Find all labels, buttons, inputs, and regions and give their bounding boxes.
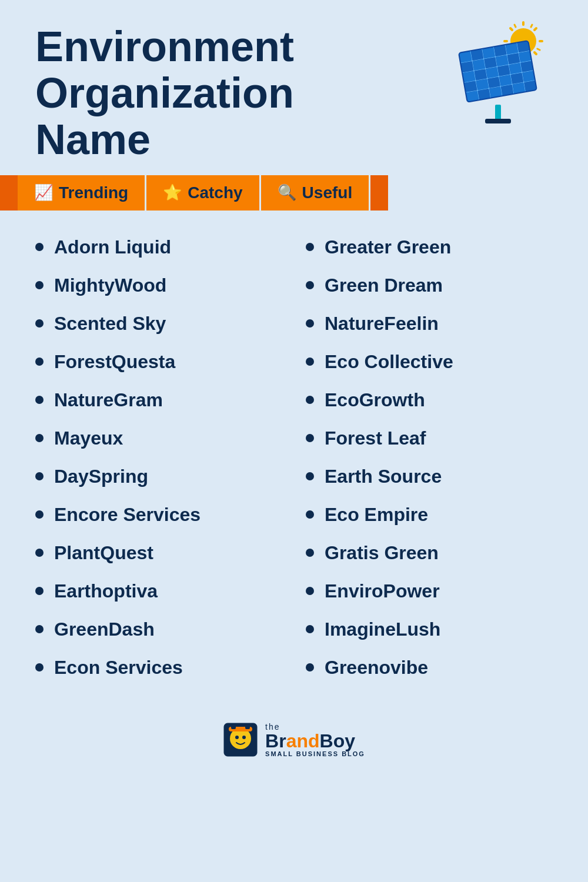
left-names-column: Adorn LiquidMightyWoodScented SkyForestQ… [24,228,294,687]
left-name-item: DaySpring [24,457,294,496]
page-title: Environment Organization Name [35,24,388,163]
svg-rect-55 [485,119,511,123]
left-name-item: Encore Services [24,496,294,534]
right-name-item: ImagineLush [294,610,564,649]
star-icon: ⭐ [163,183,182,202]
bullet-icon [306,358,314,366]
svg-rect-36 [475,69,487,81]
bullet-icon [306,549,314,557]
bullet-icon [306,625,314,633]
trending-icon: 📈 [34,183,53,202]
right-name-item: EcoGrowth [294,381,564,419]
svg-rect-43 [487,77,500,88]
page-wrapper: Environment Organization Name [0,0,588,882]
brandboy-logo-icon [223,722,258,757]
svg-line-2 [534,28,536,30]
bullet-icon [35,587,44,595]
tag-useful[interactable]: 🔍 Useful [261,175,371,211]
right-name-item: Eco Empire [294,496,564,534]
bullet-icon [306,663,314,671]
svg-line-10 [514,25,516,27]
logo-brand: BrandBoy [265,731,355,750]
bullet-icon [35,243,44,251]
tag-accent-left [0,175,18,211]
bullet-icon [306,243,314,251]
left-name-item: PlantQuest [24,534,294,572]
svg-rect-34 [519,51,532,62]
tag-catchy-label: Catchy [188,183,242,202]
bullet-icon [35,663,44,671]
right-name-item: Forest Leaf [294,419,564,457]
left-name-item: NatureGram [24,381,294,419]
solar-panel-illustration [447,18,553,123]
svg-rect-23 [459,52,472,63]
bullet-icon [35,510,44,519]
tag-trending-label: Trending [59,183,128,202]
tag-catchy[interactable]: ⭐ Catchy [146,175,260,211]
svg-rect-37 [486,67,498,78]
svg-rect-24 [471,49,483,61]
tag-accent-right [370,175,388,211]
bullet-icon [306,434,314,442]
svg-rect-41 [465,81,477,92]
bullet-icon [35,358,44,366]
left-name-item: Mayeux [24,419,294,457]
footer: the BrandBoy SMALL BUSINESS BLOG [0,710,588,781]
bullet-icon [35,319,44,328]
right-name-item: NatureFeelin [294,305,564,343]
svg-line-11 [537,49,540,50]
svg-rect-42 [476,79,489,90]
svg-rect-62 [245,726,250,729]
svg-rect-26 [494,45,506,56]
logo-tagline: SMALL BUSINESS BLOG [265,750,365,757]
search-icon: 🔍 [278,183,296,202]
right-name-item: Gratis Green [294,534,564,572]
svg-rect-25 [483,48,495,59]
right-name-item: Earth Source [294,457,564,496]
svg-rect-52 [524,81,536,91]
svg-line-8 [510,28,512,30]
bullet-icon [35,281,44,289]
right-name-item: Greenovibe [294,649,564,687]
svg-point-59 [242,736,246,739]
svg-line-9 [531,25,532,27]
bullet-icon [35,549,44,557]
svg-rect-39 [509,63,522,74]
svg-rect-30 [473,59,485,71]
right-name-item: EnviroPower [294,572,564,610]
right-name-item: Eco Collective [294,343,564,381]
logo-text: the BrandBoy SMALL BUSINESS BLOG [265,722,365,757]
bullet-icon [306,472,314,480]
svg-rect-27 [506,44,518,55]
left-name-item: Adorn Liquid [24,228,294,266]
bullet-icon [35,396,44,404]
left-name-item: GreenDash [24,610,294,649]
right-name-item: Green Dream [294,266,564,305]
svg-rect-28 [517,41,530,52]
svg-rect-38 [497,65,510,76]
svg-rect-31 [485,57,497,68]
svg-rect-44 [499,75,512,86]
names-section: Adorn LiquidMightyWoodScented SkyForestQ… [0,216,588,710]
svg-rect-46 [522,71,534,82]
left-name-item: MightyWood [24,266,294,305]
svg-rect-29 [461,61,473,72]
tag-trending[interactable]: 📈 Trending [18,175,146,211]
svg-rect-61 [231,726,236,729]
bullet-icon [35,625,44,633]
bullet-icon [306,319,314,328]
svg-rect-54 [495,105,501,121]
bullet-icon [306,587,314,595]
left-name-item: Scented Sky [24,305,294,343]
logo-container: the BrandBoy SMALL BUSINESS BLOG [223,722,365,757]
right-name-item: Greater Green [294,228,564,266]
svg-line-4 [534,52,536,54]
svg-rect-35 [463,71,475,82]
svg-rect-32 [496,55,508,66]
left-name-item: ForestQuesta [24,343,294,381]
bullet-icon [306,281,314,289]
bullet-icon [306,510,314,519]
bullet-icon [306,396,314,404]
header: Environment Organization Name [0,0,588,175]
svg-rect-40 [521,61,533,72]
